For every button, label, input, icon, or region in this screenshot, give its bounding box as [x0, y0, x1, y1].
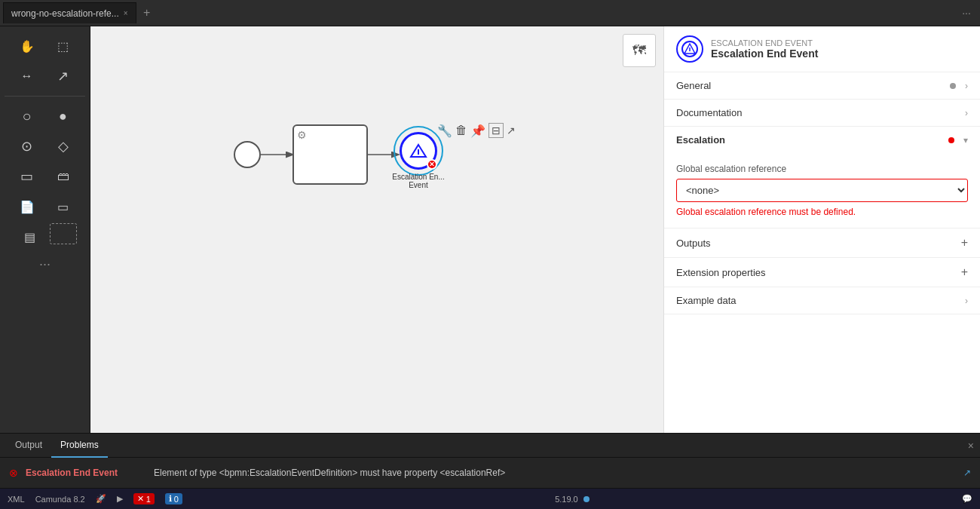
tab-bar: wrong-no-escalation-refe... × + ··· [0, 0, 980, 26]
error-badge: ✕ [427, 159, 437, 170]
bpmn-task[interactable]: ⚙ [292, 124, 368, 185]
panel-header-icon [676, 35, 703, 63]
panel-subtitle: ESCALATION END EVENT [711, 38, 818, 48]
canvas-arrows [90, 26, 663, 433]
diamond-tool[interactable]: ◇ [47, 133, 80, 160]
section-extension-row[interactable]: Extension properties + [664, 258, 980, 287]
status-version: 5.19.0 [555, 495, 590, 504]
section-extension: Extension properties + [664, 258, 980, 287]
arrow-tool[interactable]: ↗ [47, 63, 80, 90]
trash-icon[interactable]: 🗑 [455, 124, 467, 137]
lasso-tool[interactable]: ⬚ [47, 32, 80, 60]
thick-circle-tool[interactable]: ● [47, 103, 80, 130]
section-escalation-row[interactable]: Escalation ▾ [664, 127, 980, 153]
wrench-icon[interactable]: 🔧 [437, 124, 452, 138]
section-outputs-row[interactable]: Outputs + [664, 228, 980, 257]
global-escalation-select[interactable]: <none> [676, 179, 968, 202]
bottom-panel-close[interactable]: × [968, 440, 974, 452]
section-example-data: Example data › [664, 287, 980, 314]
swim-tool[interactable]: ▭ [47, 193, 80, 220]
tool-row-2: ↔ ↗ [11, 63, 80, 90]
doc-tool[interactable]: 📄 [11, 193, 44, 220]
bpmn-start-event[interactable] [234, 141, 261, 168]
hand-tool[interactable]: ✋ [11, 32, 44, 60]
section-outputs-label: Outputs [676, 238, 958, 249]
extension-plus[interactable]: + [961, 265, 968, 279]
append-icon[interactable]: ↗ [507, 124, 516, 136]
header-escalation-icon [681, 41, 698, 57]
status-dot [583, 496, 590, 502]
tab-output[interactable]: Output [6, 434, 51, 458]
comment-icon[interactable]: 💬 [962, 494, 972, 504]
tab-close-button[interactable]: × [124, 9, 128, 17]
section-extension-label: Extension properties [676, 267, 958, 278]
status-error-count[interactable]: ✕ 1 [133, 493, 155, 504]
db-tool[interactable]: 🗃 [47, 163, 80, 190]
section-outputs: Outputs + [664, 228, 980, 258]
tool-row-5: ▭ 🗃 [11, 163, 80, 190]
panel-title: Escalation End Event [711, 48, 818, 60]
tab-title: wrong-no-escalation-refe... [11, 8, 119, 19]
map-icon: 🗺 [632, 43, 646, 59]
bottom-tabs: Output Problems × [0, 434, 980, 458]
problem-error-icon: ⊗ [9, 467, 18, 479]
multiinstance-icon[interactable]: ⊟ [488, 123, 504, 138]
section-example-data-label: Example data [676, 295, 962, 306]
tool-row-3: ○ ● [11, 103, 80, 130]
escalation-circle: ✕ [400, 132, 437, 170]
more-tools-button[interactable]: ··· [39, 256, 51, 272]
status-info-count[interactable]: ℹ 0 [165, 493, 182, 504]
lane-tool[interactable]: ▤ [14, 223, 47, 250]
status-play[interactable]: ▶ [117, 494, 123, 504]
tab-output-label: Output [15, 440, 42, 450]
tool-row-7: ▤ [14, 223, 77, 250]
section-documentation-row[interactable]: Documentation › [664, 100, 980, 126]
section-documentation-label: Documentation [676, 107, 962, 118]
outputs-plus[interactable]: + [961, 236, 968, 250]
status-engine: Camunda 8.2 [35, 495, 85, 504]
problem-link-icon[interactable]: ↗ [963, 468, 971, 478]
error-icon: ✕ [137, 494, 144, 504]
escalation-end-event-group[interactable]: ✕ Escalation En...Event [400, 132, 437, 170]
status-format: XML [8, 495, 25, 504]
problem-row: ⊗ Escalation End Event Element of type <… [0, 462, 980, 483]
rect-tool[interactable]: ▭ [11, 163, 44, 190]
section-example-data-row[interactable]: Example data › [664, 287, 980, 314]
active-tab[interactable]: wrong-no-escalation-refe... × [3, 2, 136, 23]
tab-add-button[interactable]: + [136, 2, 158, 23]
version-label: 5.19.0 [555, 495, 578, 504]
left-toolbar: ✋ ⬚ ↔ ↗ ○ ● ⊙ ◇ ▭ 🗃 📄 ▭ ▤ ··· [0, 26, 90, 433]
tab-menu-button[interactable]: ··· [956, 2, 977, 23]
section-general-row[interactable]: General › [664, 72, 980, 99]
section-escalation-label: Escalation [676, 134, 948, 146]
documentation-arrow: › [965, 108, 968, 118]
section-escalation: Escalation ▾ Global escalation reference… [664, 127, 980, 228]
main-area: ✋ ⬚ ↔ ↗ ○ ● ⊙ ◇ ▭ 🗃 📄 ▭ ▤ ··· [0, 26, 980, 433]
problem-description: Element of type <bpmn:EscalationEventDef… [154, 468, 956, 478]
double-circle-tool[interactable]: ⊙ [11, 133, 44, 160]
problems-list: ⊗ Escalation End Event Element of type <… [0, 458, 980, 488]
panel-header: ESCALATION END EVENT Escalation End Even… [664, 26, 980, 72]
tool-row-1: ✋ ⬚ [11, 32, 80, 60]
tool-divider-1 [5, 96, 85, 97]
section-general-label: General [676, 80, 950, 91]
tab-problems-label: Problems [60, 440, 99, 450]
status-rocket[interactable]: 🚀 [96, 494, 106, 504]
task-type-icon: ⚙ [297, 129, 307, 141]
canvas-map-button[interactable]: 🗺 [623, 34, 656, 67]
tab-problems[interactable]: Problems [51, 434, 108, 458]
escalation-arrow: ▾ [963, 135, 968, 146]
tool-row-4: ⊙ ◇ [11, 133, 80, 160]
status-bar: XML Camunda 8.2 🚀 ▶ ✕ 1 ℹ 0 5.19.0 💬 [0, 488, 980, 509]
dashed-rect-tool[interactable] [50, 223, 77, 244]
section-general: General › [664, 72, 980, 100]
escalation-end-event-label: Escalation En...Event [392, 173, 445, 189]
bpmn-canvas[interactable]: ⚙ ✕ Escalation En...Event 🔧 [90, 26, 663, 433]
panel-header-text: ESCALATION END EVENT Escalation End Even… [711, 38, 818, 60]
move-tool[interactable]: ↔ [11, 63, 44, 90]
tool-row-6: 📄 ▭ [11, 193, 80, 220]
circle-tool[interactable]: ○ [11, 103, 44, 130]
global-escalation-label: Global escalation reference [676, 164, 968, 174]
pin-icon[interactable]: 📌 [470, 124, 485, 138]
escalation-body: Global escalation reference <none> Globa… [664, 153, 980, 228]
